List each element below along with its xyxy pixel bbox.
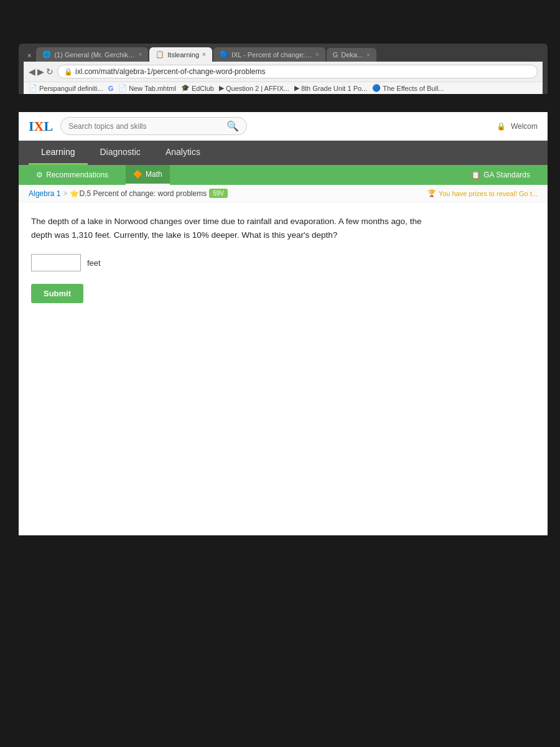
- answer-row: feet: [31, 254, 535, 271]
- nav-buttons: ◀ ▶ ↻: [29, 67, 54, 77]
- bookmark-label-5: Question 2 | AFFIX...: [226, 85, 289, 92]
- tab-itslearning[interactable]: 📋 Itslearning ×: [149, 47, 212, 62]
- recommendations-label: Recommendations: [46, 171, 108, 179]
- lock-account-icon: 🔒: [497, 122, 506, 131]
- dark-bottom-area: [0, 535, 560, 747]
- tab-diagnostic[interactable]: Diagnostic: [88, 141, 153, 165]
- bookmark-icon-6: ▶: [294, 84, 299, 92]
- tab-close-1[interactable]: ×: [138, 51, 142, 58]
- logo-l: L: [44, 118, 53, 134]
- recommendations-icon: ⚙: [36, 171, 43, 179]
- tab-analytics-label: Analytics: [166, 147, 200, 157]
- tab-x-button[interactable]: ×: [24, 49, 35, 62]
- forward-button[interactable]: ▶: [37, 67, 44, 77]
- tab-deka[interactable]: G Deka... ×: [327, 48, 376, 62]
- browser-chrome: × 🌐 (1) General (Mr. Gerchikov Wor... × …: [19, 44, 548, 94]
- reload-button[interactable]: ↻: [46, 67, 54, 77]
- bookmark-label-7: The Effects of Bull...: [383, 85, 444, 92]
- bookmark-icon-3: 📄: [118, 84, 127, 92]
- subnav-math[interactable]: 🔶 Math: [126, 165, 170, 185]
- tab-ixl-percent[interactable]: 🔵 IXL - Percent of change: word p... ×: [213, 47, 325, 62]
- bookmark-new-tab[interactable]: 📄 New Tab.mhtml: [118, 84, 176, 92]
- breadcrumb-bar: Algebra 1 > ⭐ D.5 Percent of change: wor…: [19, 185, 548, 202]
- tab-label-3: IXL - Percent of change: word p...: [231, 51, 312, 59]
- tab-label-1: (1) General (Mr. Gerchikov Wor...: [54, 51, 135, 59]
- bookmark-icon-4: 🎓: [181, 84, 190, 92]
- bookmark-g[interactable]: G: [108, 85, 114, 92]
- bookmark-icon-5: ▶: [219, 84, 224, 92]
- bookmark-icon-2: G: [108, 85, 114, 92]
- subnav-recommendations[interactable]: ⚙ Recommendations: [29, 166, 116, 184]
- bookmark-label-1: Perspanguif definiti...: [39, 85, 103, 92]
- trophy-icon: 🏆: [427, 189, 436, 197]
- bookmark-effects[interactable]: 🔵 The Effects of Bull...: [372, 84, 444, 92]
- logo-x: X: [34, 118, 44, 134]
- bookmark-icon-7: 🔵: [372, 84, 381, 92]
- welcome-text: Welcom: [511, 122, 538, 131]
- bookmark-8th-grade[interactable]: ▶ 8th Grade Unit 1 Po...: [294, 84, 367, 92]
- bookmark-icon-1: 📄: [29, 84, 37, 92]
- bookmark-label-6: 8th Grade Unit 1 Po...: [301, 85, 367, 92]
- tab-close-4[interactable]: ×: [366, 52, 370, 59]
- tab-diagnostic-label: Diagnostic: [100, 147, 141, 157]
- math-label: Math: [146, 170, 162, 179]
- tab-bar: × 🌐 (1) General (Mr. Gerchikov Wor... × …: [24, 47, 543, 62]
- prize-text: You have prizes to reveal! Go t...: [439, 190, 538, 197]
- tab-label-2: Itslearning: [167, 51, 199, 59]
- address-bar[interactable]: 🔒 ixl.com/math/algebra-1/percent-of-chan…: [57, 65, 538, 78]
- nav-tabs-bar: Learning Diagnostic Analytics: [19, 141, 548, 165]
- bookmark-question2[interactable]: ▶ Question 2 | AFFIX...: [219, 84, 289, 92]
- prize-banner[interactable]: 🏆 You have prizes to reveal! Go t...: [427, 189, 538, 197]
- tab-favicon-2: 📋: [156, 50, 164, 59]
- search-input[interactable]: [68, 122, 226, 131]
- question-area: The depth of a lake in Norwood changes o…: [19, 202, 548, 316]
- header-right: 🔒 Welcom: [497, 122, 538, 131]
- tab-close-2[interactable]: ×: [202, 51, 206, 58]
- tab-label-4: Deka...: [341, 51, 363, 59]
- unit-label: feet: [87, 258, 101, 268]
- tab-close-3[interactable]: ×: [315, 51, 319, 58]
- back-button[interactable]: ◀: [29, 67, 35, 77]
- subnav-ga-standards[interactable]: 📋 GA Standards: [464, 166, 538, 184]
- tab-learning[interactable]: Learning: [29, 141, 88, 165]
- bookmark-edclub[interactable]: 🎓 EdClub: [181, 84, 214, 92]
- question-text: The depth of a lake in Norwood changes o…: [31, 215, 436, 242]
- answer-input[interactable]: [31, 254, 81, 271]
- logo-i: I: [29, 118, 34, 134]
- tab-ixl-active[interactable]: 🌐 (1) General (Mr. Gerchikov Wor... ×: [36, 47, 148, 62]
- address-bar-row: ◀ ▶ ↻ 🔒 ixl.com/math/algebra-1/percent-o…: [24, 62, 543, 82]
- ga-standards-icon: 📋: [471, 171, 480, 179]
- tab-favicon-3: 🔵: [220, 50, 228, 59]
- tab-favicon-4: G: [333, 51, 338, 59]
- search-icon: 🔍: [226, 120, 239, 132]
- tab-favicon-1: 🌐: [42, 50, 51, 59]
- bookmarks-bar: 📄 Perspanguif definiti... G 📄 New Tab.mh…: [24, 82, 543, 94]
- bookmark-perspangulf[interactable]: 📄 Perspanguif definiti...: [29, 84, 103, 92]
- tab-analytics[interactable]: Analytics: [153, 141, 213, 165]
- bookmark-label-3: New Tab.mhtml: [129, 85, 176, 92]
- bookmark-label-4: EdClub: [192, 85, 214, 92]
- submit-button[interactable]: Submit: [31, 284, 83, 303]
- breadcrumb-algebra1[interactable]: Algebra 1: [29, 189, 60, 198]
- math-icon: 🔶: [133, 170, 142, 179]
- browser-content: IXL 🔍 🔒 Welcom Learning Diagnostic Analy…: [19, 112, 548, 591]
- breadcrumb-icon: ⭐: [70, 189, 79, 198]
- lock-icon: 🔒: [64, 68, 73, 76]
- skill-name: D.5 Percent of change: word problems: [79, 189, 207, 198]
- ixl-header: IXL 🔍 🔒 Welcom: [19, 112, 548, 141]
- ga-standards-label: GA Standards: [483, 171, 530, 179]
- ixl-logo: IXL: [29, 118, 53, 134]
- search-container[interactable]: 🔍: [60, 117, 247, 135]
- breadcrumb-separator: >: [63, 189, 67, 198]
- skill-badge: 59V: [209, 189, 228, 198]
- tab-learning-label: Learning: [41, 147, 75, 157]
- address-text: ixl.com/math/algebra-1/percent-of-change…: [75, 67, 265, 76]
- green-subnav: ⚙ Recommendations 🔶 Math 📋 GA Standards: [19, 165, 548, 185]
